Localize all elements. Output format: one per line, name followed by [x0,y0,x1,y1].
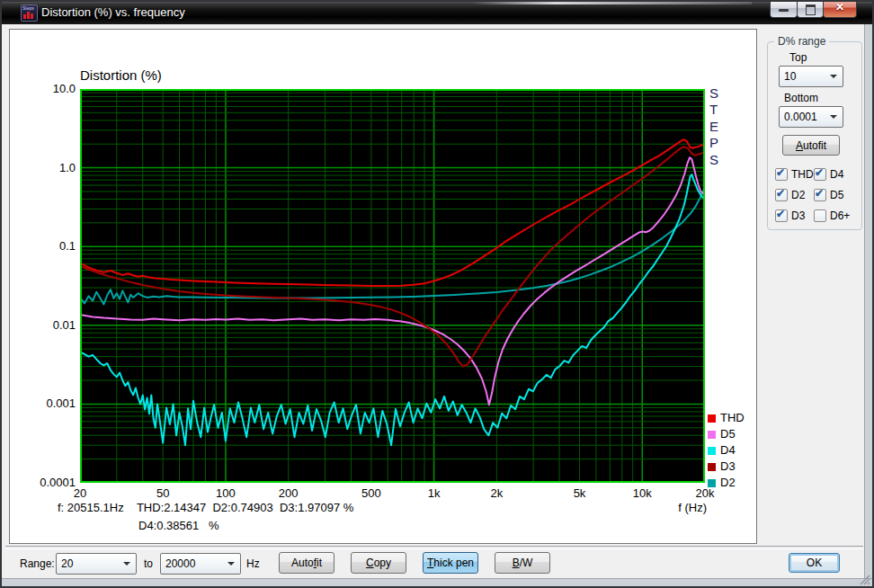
checkbox-d3[interactable]: ✔ D3 [775,209,815,222]
copy-button[interactable]: Copy [351,552,406,574]
distortion-plot[interactable] [80,89,705,483]
window-frame-right [864,24,872,586]
dropdown-arrow-icon [830,75,837,78]
autofit-button[interactable]: Autofit [279,552,334,574]
range-to-value: 20000 [165,557,195,570]
legend-label: D4 [720,443,736,457]
checkbox-box[interactable]: ✔ [775,168,788,181]
x-tick-label: 10k [617,486,667,500]
caption-buttons [771,0,857,18]
dropdown-arrow-icon [830,115,837,119]
app-icon-text: Steps [22,5,34,11]
dropdown-arrow-icon [123,562,130,566]
top-range-value: 10 [784,70,796,83]
legend-item-thd: THD [708,411,756,427]
checkbox-box[interactable]: ✔ [814,189,826,201]
x-tick-label: 50 [138,486,188,500]
steps-distortion-window: Steps Distortion (%) vs. frequency Disto… [0,0,874,588]
x-tick-label: 1k [409,486,459,500]
checkbox-d6plus[interactable]: D6+ [814,209,857,222]
cursor-readout-line1: f: 20515.1Hz THD:2.14347 D2:0.74903 D3:1… [58,501,353,514]
bottom-label: Bottom [784,92,818,104]
thick-pen-button[interactable]: Thick pen [423,552,478,574]
watermark-letter: S [709,152,724,167]
maximize-icon [806,4,816,15]
x-tick-label: 200 [263,486,314,500]
checkbox-box[interactable]: ✔ [814,168,826,181]
checkbox-d5[interactable]: ✔ D5 [814,189,853,201]
steps-app-icon: Steps [21,4,38,22]
top-label: Top [789,51,807,64]
legend-label: D3 [720,459,736,473]
legend-swatch [708,447,716,455]
checkbox-d4[interactable]: ✔ D4 [814,168,853,181]
legend-label: THD [720,411,745,424]
window-frame-bottom [2,578,872,586]
range-to-select[interactable]: 20000 [160,553,241,575]
y-tick-label: 0.01 [20,318,76,332]
legend-item-d5: D5 [708,427,756,443]
legend-label: D5 [720,427,736,441]
titlebar[interactable]: Steps Distortion (%) vs. frequency [0,0,874,24]
minimize-button[interactable] [770,0,798,18]
watermark-letter: P [709,135,724,150]
resize-grip[interactable] [858,573,870,585]
d-range-group-label: D% range [774,35,829,48]
y-tick-label: 10.0 [20,82,76,95]
close-icon [824,1,856,13]
range-from-select[interactable]: 20 [56,553,137,575]
legend-item-d4: D4 [708,443,756,459]
watermark-letter: S [709,85,724,101]
checkbox-box[interactable]: ✔ [775,189,788,201]
checkbox-d2[interactable]: ✔ D2 [775,189,815,201]
bottom-range-select[interactable]: 0.0001 [779,106,843,128]
y-tick-label: 0.1 [20,239,76,253]
watermark-letter: T [709,102,724,117]
panel-autofit-button[interactable]: Autofit [782,135,840,156]
bw-button[interactable]: B/W [495,552,550,574]
curve-d5 [80,157,705,405]
legend-swatch [708,463,716,471]
range-label: Range: [20,557,55,570]
to-label: to [144,557,153,570]
dropdown-arrow-icon [227,562,235,566]
chart-title: Distortion (%) [80,67,162,83]
legend-swatch [708,479,716,487]
x-axis-title: f (Hz) [639,501,707,514]
x-tick-label: 20 [55,486,105,500]
checkbox-box[interactable]: ✔ [775,209,788,222]
range-from-value: 20 [61,557,73,570]
chart-panel: Distortion (%) 10.01.00.10.010.0010.0001… [9,29,757,544]
close-button[interactable] [823,0,857,18]
cursor-readout-line2: D4:0.38561 % [138,519,219,532]
legend-label: D2 [720,476,736,489]
checkbox-box[interactable] [814,209,826,222]
maximize-button[interactable] [797,0,824,18]
x-tick-label: 2k [471,486,522,500]
checkbox-thd[interactable]: ✔ THD [775,168,815,181]
bottom-divider [5,546,863,549]
ok-button[interactable]: OK [789,553,840,573]
x-tick-label: 500 [346,486,397,500]
legend-swatch [708,431,716,439]
y-tick-label: 1.0 [20,161,76,174]
x-tick-label: 5k [555,486,605,500]
y-tick-label: 0.001 [20,396,76,410]
legend-item-d3: D3 [708,459,756,476]
top-range-select[interactable]: 10 [779,66,843,87]
x-tick-label: 100 [201,486,251,500]
legend-item-d2: D2 [708,476,756,492]
window-title: Distortion (%) vs. frequency [41,5,185,19]
watermark-letter: E [709,119,724,134]
bottom-range-value: 0.0001 [784,111,817,123]
minimize-icon [779,9,789,12]
legend-swatch [708,414,716,423]
hz-label: Hz [246,557,260,570]
